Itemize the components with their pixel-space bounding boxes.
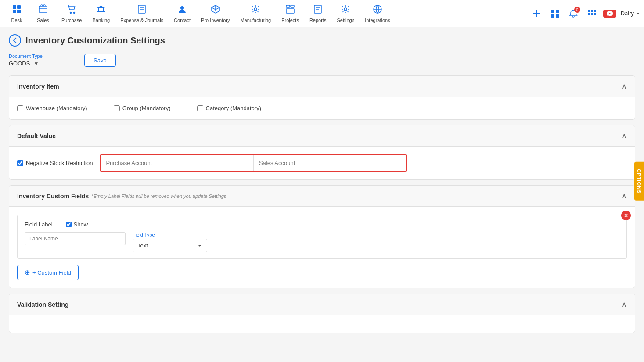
show-checkbox[interactable] bbox=[66, 222, 72, 227]
notification-badge: 0 bbox=[574, 7, 580, 13]
manufacturing-icon bbox=[251, 4, 260, 16]
expense-icon bbox=[137, 4, 147, 16]
nav-projects[interactable]: Projects bbox=[276, 1, 304, 26]
category-label: Category (Mandatory) bbox=[206, 105, 261, 111]
nav-banking-label: Banking bbox=[92, 18, 110, 23]
nav-integrations[interactable]: Integrations bbox=[360, 1, 395, 26]
nav-desk[interactable]: Desk bbox=[4, 1, 30, 26]
nav-banking[interactable]: Banking bbox=[87, 1, 115, 26]
nav-reports[interactable]: Reports bbox=[304, 1, 332, 26]
svg-rect-34 bbox=[588, 13, 590, 15]
nav-purchase[interactable]: Purchase bbox=[56, 1, 87, 26]
save-button[interactable]: Save bbox=[84, 54, 116, 67]
add-custom-field-button[interactable]: ⊕ + Custom Field bbox=[17, 265, 79, 280]
category-checkbox-item[interactable]: Category (Mandatory) bbox=[197, 105, 261, 111]
svg-rect-29 bbox=[551, 14, 554, 18]
custom-fields-body: × Field Label Show Field Type Text bbox=[9, 207, 635, 288]
svg-rect-8 bbox=[98, 8, 99, 11]
page-header: Inventory Customization Settings bbox=[9, 34, 635, 47]
nav-manufacturing[interactable]: Manufacturing bbox=[235, 1, 276, 26]
nav-pro-inventory[interactable]: Pro Inventory bbox=[196, 1, 235, 26]
negative-stock-checkbox[interactable] bbox=[17, 160, 23, 166]
svg-rect-18 bbox=[286, 5, 290, 7]
field-type-group: Field Type Text bbox=[133, 232, 207, 252]
negative-stock-checkbox-item[interactable]: Negative Stock Restriction bbox=[17, 160, 93, 166]
svg-point-6 bbox=[70, 12, 72, 13]
nav-desk-label: Desk bbox=[11, 18, 22, 23]
nav-contact[interactable]: Contact bbox=[169, 1, 196, 26]
collapse-default-value-icon: ∧ bbox=[622, 132, 627, 140]
collapse-validation-icon: ∧ bbox=[622, 300, 627, 308]
validation-header[interactable]: Validation Setting ∧ bbox=[9, 294, 635, 315]
svg-rect-19 bbox=[291, 5, 294, 7]
purchase-icon bbox=[67, 4, 76, 16]
svg-rect-33 bbox=[594, 10, 596, 12]
show-checkbox-item[interactable]: Show bbox=[66, 221, 88, 228]
custom-fields-title: Inventory Custom Fields bbox=[17, 193, 89, 200]
nav-settings[interactable]: Settings bbox=[331, 1, 360, 26]
nav-pro-inventory-label: Pro Inventory bbox=[201, 18, 230, 23]
field-label-text: Field Label bbox=[25, 221, 53, 228]
negative-stock-label: Negative Stock Restriction bbox=[26, 160, 93, 166]
nav-manufacturing-label: Manufacturing bbox=[240, 18, 271, 23]
default-value-header[interactable]: Default Value ∧ bbox=[9, 125, 635, 147]
collapse-inventory-item-icon: ∧ bbox=[622, 82, 627, 90]
label-name-input[interactable] bbox=[25, 232, 126, 245]
inventory-item-header[interactable]: Inventory Item ∧ bbox=[9, 76, 635, 97]
purchase-account-input[interactable] bbox=[101, 155, 253, 171]
nav-integrations-label: Integrations bbox=[365, 18, 390, 23]
category-checkbox[interactable] bbox=[197, 105, 203, 111]
nav-sales-label: Sales bbox=[37, 18, 49, 23]
inventory-item-section: Inventory Item ∧ Warehouse (Mandatory) G… bbox=[9, 75, 635, 120]
svg-point-16 bbox=[180, 6, 184, 10]
nav-contact-label: Contact bbox=[174, 18, 191, 23]
warehouse-checkbox[interactable] bbox=[17, 105, 23, 111]
user-menu[interactable]: Dairy bbox=[621, 10, 640, 17]
document-type-select[interactable]: GOODS ▼ bbox=[9, 60, 79, 67]
svg-rect-10 bbox=[103, 8, 104, 11]
document-type-group: Document Type GOODS ▼ bbox=[9, 54, 79, 67]
default-value-row: Negative Stock Restriction bbox=[17, 154, 627, 172]
svg-rect-32 bbox=[591, 10, 593, 12]
custom-fields-note: *Empty Label Fields will be removed when… bbox=[91, 194, 226, 199]
youtube-button[interactable] bbox=[603, 10, 616, 18]
group-checkbox[interactable] bbox=[114, 105, 120, 111]
reports-icon bbox=[313, 4, 323, 16]
collapse-custom-fields-icon: ∧ bbox=[622, 192, 627, 200]
svg-rect-20 bbox=[286, 9, 294, 13]
svg-rect-9 bbox=[101, 8, 101, 11]
nav-sales[interactable]: Sales bbox=[30, 1, 56, 26]
notification-icon[interactable]: 0 bbox=[566, 7, 580, 21]
inventory-item-body: Warehouse (Mandatory) Group (Mandatory) … bbox=[9, 97, 635, 119]
default-value-body: Negative Stock Restriction bbox=[9, 147, 635, 179]
svg-rect-4 bbox=[39, 6, 47, 12]
grid-icon[interactable] bbox=[548, 7, 562, 21]
field-row-header: Field Label Show bbox=[25, 221, 619, 228]
remove-field-button[interactable]: × bbox=[621, 211, 631, 220]
warehouse-checkbox-item[interactable]: Warehouse (Mandatory) bbox=[17, 105, 87, 111]
add-field-plus-icon: ⊕ bbox=[25, 269, 30, 276]
nav-expense[interactable]: Expense & Journals bbox=[115, 1, 169, 26]
custom-fields-header[interactable]: Inventory Custom Fields *Empty Label Fie… bbox=[9, 186, 635, 207]
chevron-down-icon: ▼ bbox=[33, 61, 39, 67]
svg-rect-30 bbox=[556, 14, 559, 18]
warehouse-label: Warehouse (Mandatory) bbox=[26, 105, 87, 111]
group-label: Group (Mandatory) bbox=[122, 105, 171, 111]
nav-expense-label: Expense & Journals bbox=[120, 18, 163, 23]
custom-field-row: × Field Label Show Field Type Text bbox=[17, 215, 627, 259]
svg-point-25 bbox=[344, 8, 347, 11]
options-sidebar[interactable]: OPTIONS bbox=[634, 161, 644, 201]
svg-rect-11 bbox=[97, 11, 105, 12]
validation-title: Validation Setting bbox=[17, 301, 68, 308]
apps-icon[interactable] bbox=[585, 7, 599, 21]
sales-account-input[interactable] bbox=[253, 155, 407, 171]
add-button[interactable] bbox=[529, 7, 543, 21]
pro-inventory-icon bbox=[211, 4, 220, 16]
accounts-box bbox=[100, 154, 407, 172]
projects-icon bbox=[285, 4, 295, 16]
group-checkbox-item[interactable]: Group (Mandatory) bbox=[114, 105, 171, 111]
document-type-row: Document Type GOODS ▼ Save bbox=[9, 54, 635, 67]
field-type-select[interactable]: Text bbox=[133, 239, 207, 252]
back-button[interactable] bbox=[9, 34, 21, 47]
nav-settings-label: Settings bbox=[337, 18, 354, 23]
